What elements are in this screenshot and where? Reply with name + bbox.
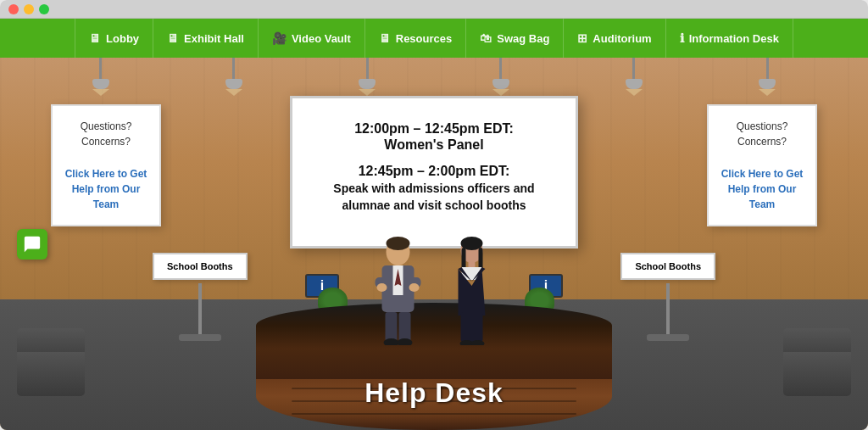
svg-point-1 — [387, 237, 410, 250]
window-chrome — [0, 0, 868, 19]
left-booth-base — [179, 334, 221, 341]
event-1: 12:00pm – 12:45pm EDT: Women's Panel — [354, 120, 514, 154]
event1-time: 12:00pm – 12:45pm EDT: — [354, 120, 514, 138]
swag-icon: 🛍 — [480, 31, 492, 45]
right-booth-sign[interactable]: School Booths — [620, 253, 715, 280]
nav-auditorium[interactable]: ⊞ Auditorium — [564, 19, 665, 58]
lobby-icon: 🖥 — [89, 31, 101, 45]
left-booth-pole — [198, 283, 202, 334]
right-booth-pole — [666, 283, 670, 334]
event2-description: Speak with admissions officers and alumn… — [309, 181, 559, 214]
light-6 — [754, 58, 780, 100]
resources-icon: 🖥 — [379, 31, 391, 45]
right-booth-stand[interactable]: School Booths — [620, 253, 715, 341]
right-banner-concerns: Concerns? — [719, 134, 805, 149]
light-5 — [621, 58, 647, 100]
left-banner-concerns: Concerns? — [63, 134, 149, 149]
light-2 — [221, 58, 247, 100]
main-scene: Questions? Concerns? Click Here to Get H… — [0, 58, 868, 430]
left-help-banner[interactable]: Questions? Concerns? Click Here to Get H… — [51, 104, 161, 226]
svg-point-8 — [409, 283, 420, 292]
left-chair — [17, 349, 85, 396]
event1-name: Women's Panel — [354, 137, 514, 153]
maximize-button[interactable] — [39, 4, 49, 14]
right-help-banner[interactable]: Questions? Concerns? Click Here to Get H… — [707, 104, 817, 226]
video-icon: 🎥 — [272, 31, 287, 45]
svg-point-7 — [377, 283, 387, 292]
center-billboard: 12:00pm – 12:45pm EDT: Women's Panel 12:… — [290, 96, 578, 249]
right-seating — [783, 349, 851, 396]
close-button[interactable] — [8, 4, 19, 14]
staff-figures — [369, 235, 500, 345]
left-booth-stand[interactable]: School Booths — [153, 253, 248, 341]
nav-resources[interactable]: 🖥 Resources — [365, 19, 466, 58]
nav-information-desk[interactable]: ℹ Information Desk — [666, 19, 793, 58]
auditorium-icon: ⊞ — [577, 31, 587, 45]
light-1 — [88, 58, 114, 100]
nav-video-vault[interactable]: 🎥 Video Vault — [259, 19, 365, 58]
chat-icon[interactable] — [17, 229, 47, 260]
female-staff — [445, 235, 500, 345]
navbar: 🖥 Lobby 🖥 Exhibit Hall 🎥 Video Vault 🖥 R… — [0, 19, 868, 58]
left-banner-link[interactable]: Click Here to Get Help from Our Team — [63, 166, 149, 212]
minimize-button[interactable] — [24, 4, 34, 14]
light-3 — [354, 58, 380, 100]
help-desk-label: Help Desk — [364, 377, 504, 409]
svg-rect-9 — [386, 312, 398, 342]
right-booth-base — [647, 334, 689, 341]
event2-time: 12:45pm – 2:00pm EDT: — [309, 163, 559, 181]
right-chair — [783, 349, 851, 396]
event-2: 12:45pm – 2:00pm EDT: Speak with admissi… — [309, 163, 559, 214]
nav-lobby[interactable]: 🖥 Lobby — [75, 19, 153, 58]
info-icon: ℹ — [680, 31, 684, 45]
svg-rect-10 — [399, 312, 411, 342]
right-banner-questions: Questions? — [719, 119, 805, 134]
light-4 — [488, 58, 514, 100]
left-seating — [17, 349, 85, 396]
male-staff — [369, 235, 428, 345]
nav-swag-bag[interactable]: 🛍 Swag Bag — [466, 19, 564, 58]
right-banner-link[interactable]: Click Here to Get Help from Our Team — [719, 166, 805, 212]
nav-exhibit-hall[interactable]: 🖥 Exhibit Hall — [153, 19, 259, 58]
left-booth-sign[interactable]: School Booths — [153, 253, 248, 280]
exhibit-icon: 🖥 — [167, 31, 179, 45]
left-banner-questions: Questions? — [63, 119, 149, 134]
chat-svg — [23, 235, 42, 254]
